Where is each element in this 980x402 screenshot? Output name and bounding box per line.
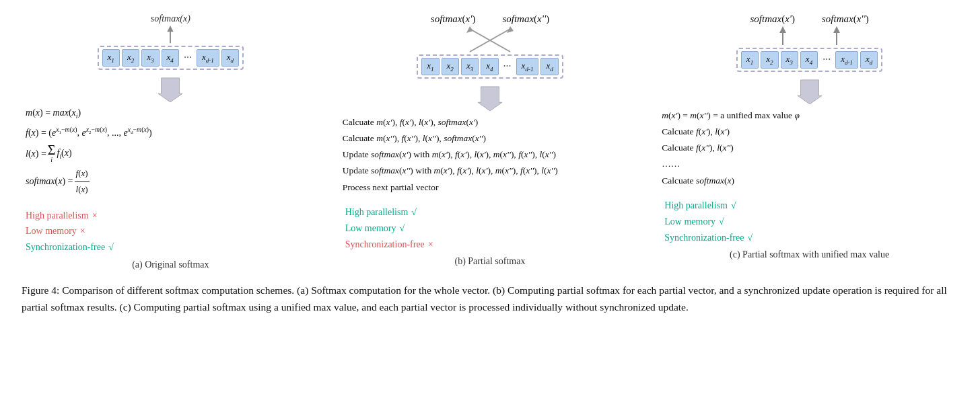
step-c3: Calcuate f(x''), l(x'') bbox=[662, 140, 957, 155]
crossed-arrows-b bbox=[460, 26, 520, 53]
attr-a-memory: Low memory × bbox=[26, 223, 316, 239]
cell-x1: x1 bbox=[102, 49, 120, 67]
step-c1: m(x') = m(x'') = a unified max value φ bbox=[662, 108, 957, 123]
attr-a-parallelism: High parallelism × bbox=[26, 208, 316, 224]
cell-c-x4: x4 bbox=[800, 51, 818, 69]
attr-c-memory: Low memory √ bbox=[664, 214, 954, 230]
svg-marker-1 bbox=[168, 26, 174, 32]
step-b4: Update softmax(x'') with m(x'), f(x'), l… bbox=[343, 163, 638, 178]
caption-c: (c) Partial softmax with unified max val… bbox=[730, 249, 889, 260]
step-b1: Calcuate m(x'), f(x'), l(x'), softmax(x'… bbox=[343, 115, 638, 130]
svg-marker-12 bbox=[798, 79, 822, 104]
caption-b: (b) Partial softmax bbox=[455, 256, 526, 267]
cell-b-x4: x4 bbox=[481, 58, 498, 75]
step-b5: Process next partial vector bbox=[343, 180, 638, 195]
eq-a3: l(x) = Σ i fi(x) bbox=[26, 143, 316, 163]
dots-a: ··· bbox=[181, 52, 195, 64]
cell-b-xd1: xd-1 bbox=[516, 58, 539, 75]
cell-xd: xd bbox=[221, 49, 239, 67]
caption-a: (a) Original softmax bbox=[132, 259, 209, 270]
cell-c-xd: xd bbox=[860, 51, 878, 69]
cell-c-x3: x3 bbox=[781, 51, 798, 69]
arrow-up-a bbox=[164, 26, 177, 44]
attr-a-sync: Synchronization-free √ bbox=[26, 239, 316, 255]
eq-a2: f(x) = (ex1−m(x), ex2−m(x), ..., exd−m(x… bbox=[26, 124, 316, 140]
dots-c: ··· bbox=[820, 54, 833, 66]
step-c2: Calcuate f(x'), l(x') bbox=[662, 124, 957, 139]
cell-c-x1: x1 bbox=[741, 51, 759, 69]
cell-xd1: xd-1 bbox=[197, 49, 219, 67]
softmax-label-b2: softmax(x'') bbox=[502, 13, 549, 25]
attr-c-sync: Synchronization-free √ bbox=[664, 230, 954, 246]
cell-b-x3: x3 bbox=[461, 58, 479, 75]
attr-b-sync: Synchronization-free × bbox=[345, 237, 635, 253]
panel-b: softmax(x') softmax(x'') x1 x2 x3 x4 ···… bbox=[340, 13, 641, 270]
softmax-labels-c: softmax(x') softmax(x'') bbox=[750, 13, 868, 25]
vector-row-a: x1 x2 x3 x4 ··· xd-1 xd bbox=[98, 46, 244, 70]
softmax-labels-b: softmax(x') softmax(x'') bbox=[431, 13, 549, 25]
svg-marker-6 bbox=[466, 26, 473, 33]
cell-b-x2: x2 bbox=[442, 58, 459, 75]
step-c5: Calcuate softmax(x) bbox=[662, 173, 957, 188]
panel-a: softmax(x) x1 x2 x3 x4 ··· xd-1 xd m( bbox=[20, 13, 321, 270]
step-b2: Calcuate m(x''), f(x''), l(x''), softmax… bbox=[343, 131, 638, 146]
arrows-up-c bbox=[776, 26, 843, 46]
svg-marker-9 bbox=[779, 26, 786, 33]
softmax-label-c2: softmax(x'') bbox=[822, 13, 869, 25]
cell-c-x2: x2 bbox=[761, 51, 778, 69]
attrs-c: High parallelism √ Low memory √ Synchron… bbox=[659, 198, 960, 245]
steps-b: Calcuate m(x'), f(x'), l(x'), softmax(x'… bbox=[340, 114, 641, 196]
softmax-label-b1: softmax(x') bbox=[431, 13, 476, 25]
steps-c: m(x') = m(x'') = a unified max value φ C… bbox=[659, 107, 960, 190]
step-c4: …… bbox=[662, 157, 957, 171]
attr-c-parallelism: High parallelism √ bbox=[664, 198, 954, 214]
figures-row: softmax(x) x1 x2 x3 x4 ··· xd-1 xd m( bbox=[20, 13, 960, 270]
eq-a1: m(x) = max(xi) bbox=[26, 105, 316, 122]
attrs-a: High parallelism × Low memory × Synchron… bbox=[20, 208, 321, 255]
cell-b-xd: xd bbox=[540, 58, 558, 75]
cell-x2: x2 bbox=[122, 49, 139, 67]
big-arrow-down-c bbox=[798, 79, 822, 104]
svg-marker-2 bbox=[158, 77, 182, 102]
softmax-label-a: softmax(x) bbox=[151, 13, 190, 24]
svg-marker-7 bbox=[478, 86, 502, 110]
step-b3: Update softmax(x') with m(x'), f(x'), l(… bbox=[343, 147, 638, 162]
cell-c-xd1: xd-1 bbox=[835, 51, 858, 69]
vector-row-b: x1 x2 x3 x4 ··· xd-1 xd bbox=[417, 54, 563, 79]
attr-b-parallelism: High parallelism √ bbox=[345, 204, 635, 220]
big-arrow-down-a bbox=[158, 77, 182, 102]
softmax-label-c1: softmax(x') bbox=[750, 13, 795, 25]
cell-x4: x4 bbox=[162, 49, 179, 67]
panel-c: softmax(x') softmax(x'') x1 x2 x3 x4 ···… bbox=[659, 13, 960, 270]
attr-b-memory: Low memory √ bbox=[345, 220, 635, 237]
equations-a: m(x) = max(xi) f(x) = (ex1−m(x), ex2−m(x… bbox=[20, 105, 321, 198]
dots-b: ··· bbox=[501, 61, 514, 73]
big-arrow-down-b bbox=[478, 85, 502, 111]
cell-b-x1: x1 bbox=[421, 58, 439, 75]
figure-description: Figure 4: Comparison of different softma… bbox=[20, 282, 960, 316]
vector-row-c: x1 x2 x3 x4 ··· xd-1 xd bbox=[736, 48, 883, 72]
svg-marker-11 bbox=[833, 26, 840, 33]
eq-a4: softmax(x) = f(x) l(x) bbox=[26, 166, 316, 196]
attrs-b: High parallelism √ Low memory √ Synchron… bbox=[340, 204, 641, 252]
cell-x3: x3 bbox=[141, 49, 159, 67]
